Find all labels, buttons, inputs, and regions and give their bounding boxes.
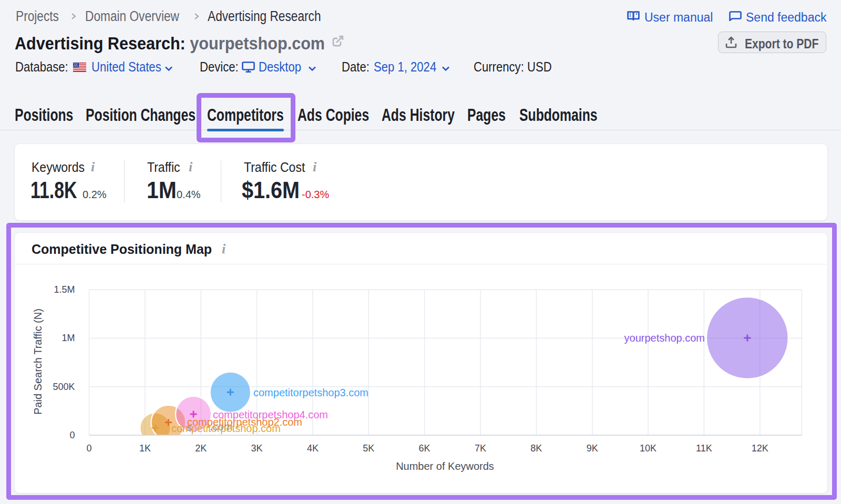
svg-text:11K: 11K bbox=[696, 443, 712, 454]
svg-text:3K: 3K bbox=[251, 443, 263, 454]
svg-text:9K: 9K bbox=[587, 443, 598, 454]
svg-text:0: 0 bbox=[69, 430, 75, 440]
svg-text:6K: 6K bbox=[419, 443, 430, 454]
svg-text:Paid Search Traffic (N): Paid Search Traffic (N) bbox=[32, 308, 44, 415]
svg-text:8K: 8K bbox=[530, 443, 542, 454]
svg-text:500K: 500K bbox=[53, 382, 75, 392]
svg-text:5K: 5K bbox=[363, 443, 374, 454]
svg-text:Number of Keywords: Number of Keywords bbox=[396, 460, 494, 472]
svg-text:10K: 10K bbox=[640, 443, 657, 454]
svg-text:competitorpetshop4.com: competitorpetshop4.com bbox=[213, 409, 328, 420]
svg-text:12K: 12K bbox=[752, 443, 768, 454]
svg-text:competitorpetshop3.com: competitorpetshop3.com bbox=[253, 387, 368, 398]
svg-text:1M: 1M bbox=[61, 333, 75, 343]
svg-text:4K: 4K bbox=[307, 443, 319, 454]
svg-text:0: 0 bbox=[86, 443, 91, 454]
svg-text:7K: 7K bbox=[475, 443, 486, 454]
svg-text:yourpetshop.com: yourpetshop.com bbox=[624, 332, 705, 344]
svg-text:1K: 1K bbox=[139, 443, 151, 454]
svg-text:1.5M: 1.5M bbox=[54, 284, 75, 295]
svg-text:2K: 2K bbox=[195, 443, 207, 454]
